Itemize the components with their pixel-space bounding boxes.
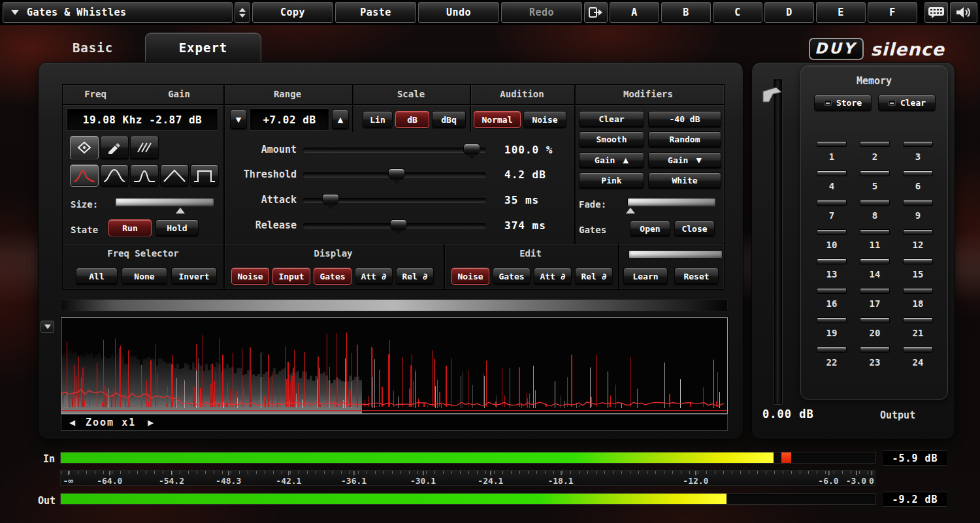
state-run-button[interactable]: Run bbox=[108, 219, 152, 236]
memory-clear-button[interactable]: Clear bbox=[878, 95, 936, 111]
scale-dbq-button[interactable]: dBq bbox=[432, 111, 466, 128]
range-up-button[interactable]: ▲ bbox=[332, 110, 349, 129]
edit-rel-button[interactable]: Rel ∂ bbox=[575, 268, 613, 285]
curve-bell-button[interactable] bbox=[100, 165, 129, 187]
scale-db-button[interactable]: dB bbox=[395, 111, 429, 128]
memory-slot-button[interactable] bbox=[903, 317, 933, 323]
memory-slot-button[interactable] bbox=[903, 170, 933, 176]
curve-triangle-button[interactable] bbox=[160, 165, 189, 187]
output-gain-slider[interactable] bbox=[773, 78, 783, 405]
export-preset-button[interactable] bbox=[584, 2, 608, 23]
attack-slider[interactable] bbox=[303, 198, 486, 202]
threshold-slider[interactable] bbox=[303, 172, 486, 177]
gates-open-button[interactable]: Open bbox=[630, 221, 670, 236]
curve-narrow-bell-button[interactable] bbox=[130, 165, 159, 187]
size-slider-pointer[interactable] bbox=[176, 208, 185, 214]
memory-slot-button[interactable] bbox=[817, 288, 847, 294]
curve-square-button[interactable] bbox=[190, 165, 219, 187]
memory-slot-button[interactable] bbox=[903, 259, 933, 264]
modifier-random-button[interactable]: Random bbox=[648, 131, 721, 148]
memory-slot-button[interactable] bbox=[860, 200, 890, 206]
memory-store-button[interactable]: Store bbox=[814, 95, 872, 111]
undo-button[interactable]: Undo bbox=[418, 2, 499, 23]
modifier-gain-up-button[interactable]: Gain ▲ bbox=[579, 152, 644, 168]
spectrum-canvas[interactable] bbox=[61, 318, 727, 413]
memory-slot-button[interactable] bbox=[903, 229, 933, 235]
memory-slot-button[interactable] bbox=[860, 347, 890, 353]
edit-gates-button[interactable]: Gates bbox=[493, 268, 531, 285]
amount-slider[interactable] bbox=[303, 148, 486, 152]
memory-slot-button[interactable] bbox=[817, 170, 847, 176]
memory-slot-button[interactable] bbox=[903, 200, 933, 206]
memory-slot-button[interactable] bbox=[903, 141, 933, 147]
memory-slot-button[interactable] bbox=[860, 141, 890, 147]
release-slider[interactable] bbox=[303, 223, 486, 228]
attack-slider-handle[interactable] bbox=[322, 194, 339, 205]
memory-slot-button[interactable] bbox=[817, 259, 847, 264]
display-gates-button[interactable]: Gates bbox=[314, 268, 351, 285]
node-tool-button[interactable] bbox=[70, 136, 99, 159]
modifier-smooth-button[interactable]: Smooth bbox=[579, 131, 644, 148]
memory-slot-button[interactable] bbox=[860, 170, 890, 176]
edit-noise-button[interactable]: Noise bbox=[451, 268, 489, 285]
display-noise-button[interactable]: Noise bbox=[231, 268, 269, 285]
zoom-out-button[interactable]: ◀ bbox=[69, 417, 75, 428]
preset-selector[interactable]: Gates & Whistles bbox=[3, 2, 233, 23]
edit-att-button[interactable]: Att ∂ bbox=[534, 268, 572, 285]
display-rel-button[interactable]: Rel ∂ bbox=[396, 268, 434, 285]
bank-e-button[interactable]: E bbox=[816, 2, 866, 23]
modifier-gain-down-button[interactable]: Gain ▼ bbox=[648, 152, 721, 168]
spectrum-display[interactable] bbox=[61, 317, 728, 414]
select-all-button[interactable]: All bbox=[76, 268, 118, 285]
select-none-button[interactable]: None bbox=[122, 268, 167, 285]
range-down-button[interactable]: ▼ bbox=[230, 110, 247, 129]
spectrum-marker-handle[interactable] bbox=[41, 321, 54, 333]
bank-b-button[interactable]: B bbox=[661, 2, 711, 23]
overview-scrollbar[interactable] bbox=[61, 299, 728, 311]
memory-slot-button[interactable] bbox=[817, 317, 847, 323]
memory-slot-button[interactable] bbox=[817, 200, 847, 206]
state-hold-button[interactable]: Hold bbox=[155, 219, 199, 236]
memory-slot-button[interactable] bbox=[817, 141, 847, 147]
bank-d-button[interactable]: D bbox=[764, 2, 814, 23]
learn-button[interactable]: Learn bbox=[623, 268, 668, 285]
scale-lin-button[interactable]: Lin bbox=[363, 111, 393, 128]
audio-monitor-button[interactable] bbox=[950, 2, 977, 23]
memory-slot-button[interactable] bbox=[860, 229, 890, 235]
fade-slider[interactable] bbox=[627, 198, 716, 206]
display-input-button[interactable]: Input bbox=[272, 268, 310, 285]
keyboard-button[interactable] bbox=[924, 2, 948, 23]
pencil-tool-button[interactable] bbox=[100, 136, 129, 159]
memory-slot-button[interactable] bbox=[903, 288, 933, 294]
fade-slider-pointer[interactable] bbox=[626, 208, 635, 214]
select-invert-button[interactable]: Invert bbox=[171, 268, 217, 285]
output-gain-handle[interactable] bbox=[762, 86, 783, 106]
display-att-button[interactable]: Att ∂ bbox=[355, 268, 393, 285]
modifier-pink-button[interactable]: Pink bbox=[579, 172, 644, 189]
memory-slot-button[interactable] bbox=[817, 347, 847, 353]
gates-close-button[interactable]: Close bbox=[674, 221, 715, 236]
audition-normal-button[interactable]: Normal bbox=[474, 111, 521, 128]
memory-slot-button[interactable] bbox=[860, 317, 890, 323]
modifier-clear-button[interactable]: Clear bbox=[579, 111, 644, 127]
preset-stepper[interactable] bbox=[235, 2, 250, 23]
tab-expert[interactable]: Expert bbox=[145, 33, 261, 62]
amount-slider-handle[interactable] bbox=[463, 144, 480, 155]
paste-button[interactable]: Paste bbox=[335, 2, 416, 23]
bank-f-button[interactable]: F bbox=[868, 2, 917, 23]
memory-slot-button[interactable] bbox=[860, 259, 890, 264]
redo-button[interactable]: Redo bbox=[501, 2, 582, 23]
release-slider-handle[interactable] bbox=[390, 219, 407, 230]
memory-slot-button[interactable] bbox=[903, 347, 933, 353]
reset-button[interactable]: Reset bbox=[674, 268, 719, 285]
threshold-slider-handle[interactable] bbox=[388, 168, 405, 180]
tab-basic[interactable]: Basic bbox=[41, 33, 145, 62]
modifier-white-button[interactable]: White bbox=[648, 172, 721, 189]
modifier-minus40-button[interactable]: -40 dB bbox=[648, 111, 721, 127]
zoom-in-button[interactable]: ▶ bbox=[148, 417, 154, 428]
audition-noise-button[interactable]: Noise bbox=[523, 111, 566, 128]
hatch-tool-button[interactable] bbox=[130, 136, 159, 159]
bank-a-button[interactable]: A bbox=[610, 2, 659, 23]
size-slider[interactable] bbox=[115, 198, 214, 206]
copy-button[interactable]: Copy bbox=[252, 2, 333, 23]
